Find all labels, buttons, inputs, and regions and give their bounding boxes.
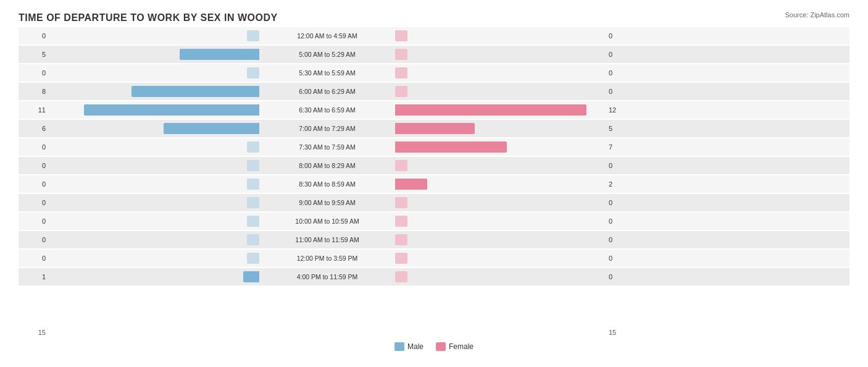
time-label: 5:00 AM to 5:29 AM bbox=[259, 51, 395, 58]
female-bar bbox=[395, 49, 407, 60]
legend-male: Male bbox=[394, 342, 424, 351]
female-value: 0 bbox=[605, 88, 636, 95]
chart-row: 6 7:00 AM to 7:29 AM 5 bbox=[19, 120, 849, 137]
male-bar bbox=[247, 141, 259, 153]
male-value: 0 bbox=[19, 255, 49, 262]
bar-left-container bbox=[49, 141, 259, 153]
female-bar bbox=[395, 123, 475, 134]
source-text: Source: ZipAtlas.com bbox=[785, 11, 849, 19]
male-bar bbox=[84, 104, 259, 116]
female-value: 0 bbox=[605, 32, 636, 40]
bar-right-container bbox=[395, 86, 605, 97]
bar-left-container bbox=[49, 67, 259, 78]
legend-female: Female bbox=[436, 342, 474, 351]
axis-left-label: 15 bbox=[19, 329, 49, 336]
female-value: 2 bbox=[605, 180, 636, 188]
time-label: 11:00 AM to 11:59 AM bbox=[259, 236, 395, 243]
male-value: 0 bbox=[19, 143, 49, 151]
bar-left-container bbox=[49, 271, 259, 282]
male-bar bbox=[247, 30, 259, 41]
bar-right-container bbox=[395, 49, 605, 60]
female-bar bbox=[395, 86, 407, 97]
time-label: 8:30 AM to 8:59 AM bbox=[259, 180, 395, 188]
male-value: 0 bbox=[19, 69, 49, 77]
male-value: 6 bbox=[19, 125, 49, 132]
male-value: 1 bbox=[19, 273, 49, 281]
time-label: 6:30 AM to 6:59 AM bbox=[259, 106, 395, 114]
bar-right-container bbox=[395, 179, 605, 190]
legend-female-box bbox=[436, 342, 446, 351]
chart-row: 0 9:00 AM to 9:59 AM 0 bbox=[19, 194, 849, 211]
male-bar bbox=[243, 271, 259, 282]
female-bar bbox=[395, 30, 407, 41]
time-label: 12:00 AM to 4:59 AM bbox=[259, 32, 395, 40]
chart-row: 0 8:30 AM to 8:59 AM 2 bbox=[19, 175, 849, 193]
time-label: 8:00 AM to 8:29 AM bbox=[259, 162, 395, 169]
time-label: 7:00 AM to 7:29 AM bbox=[259, 125, 395, 132]
female-bar bbox=[395, 160, 407, 171]
time-label: 7:30 AM to 7:59 AM bbox=[259, 143, 395, 151]
male-bar bbox=[247, 67, 259, 78]
axis-row: 15 15 bbox=[19, 326, 849, 339]
female-bar bbox=[395, 271, 407, 282]
male-bar bbox=[247, 234, 259, 245]
chart-row: 0 8:00 AM to 8:29 AM 0 bbox=[19, 157, 849, 174]
female-value: 0 bbox=[605, 51, 636, 58]
female-value: 7 bbox=[605, 143, 636, 151]
bar-left-container bbox=[49, 104, 259, 116]
male-value: 0 bbox=[19, 180, 49, 188]
chart-row: 0 12:00 AM to 4:59 AM 0 bbox=[19, 27, 849, 44]
chart-row: 0 5:30 AM to 5:59 AM 0 bbox=[19, 64, 849, 82]
bar-right-container bbox=[395, 253, 605, 264]
male-bar bbox=[247, 253, 259, 264]
bar-right-container bbox=[395, 271, 605, 282]
male-value: 0 bbox=[19, 217, 49, 225]
female-bar bbox=[395, 197, 407, 208]
female-bar bbox=[395, 234, 407, 245]
legend-male-label: Male bbox=[407, 342, 424, 351]
female-value: 0 bbox=[605, 273, 636, 281]
male-value: 5 bbox=[19, 51, 49, 58]
bar-right-container bbox=[395, 30, 605, 41]
chart-row: 0 12:00 PM to 3:59 PM 0 bbox=[19, 250, 849, 267]
chart-row: 0 7:30 AM to 7:59 AM 7 bbox=[19, 138, 849, 156]
male-bar bbox=[247, 179, 259, 190]
bar-left-container bbox=[49, 49, 259, 60]
male-bar bbox=[247, 160, 259, 171]
bar-left-container bbox=[49, 216, 259, 227]
chart-title: TIME OF DEPARTURE TO WORK BY SEX IN WOOD… bbox=[19, 12, 849, 23]
male-bar bbox=[247, 216, 259, 227]
female-bar bbox=[395, 179, 427, 190]
bar-right-container bbox=[395, 104, 605, 116]
female-bar bbox=[395, 253, 407, 264]
axis-right-label: 15 bbox=[605, 329, 636, 336]
bar-left-container bbox=[49, 253, 259, 264]
bar-left-container bbox=[49, 30, 259, 41]
male-value: 0 bbox=[19, 236, 49, 243]
legend-male-box bbox=[394, 342, 404, 351]
female-value: 0 bbox=[605, 199, 636, 206]
time-label: 9:00 AM to 9:59 AM bbox=[259, 199, 395, 206]
time-label: 4:00 PM to 11:59 PM bbox=[259, 273, 395, 281]
chart-row: 8 6:00 AM to 6:29 AM 0 bbox=[19, 83, 849, 100]
bar-left-container bbox=[49, 86, 259, 97]
male-value: 0 bbox=[19, 32, 49, 40]
bar-left-container bbox=[49, 197, 259, 208]
bar-left-container bbox=[49, 234, 259, 245]
male-bar bbox=[164, 123, 259, 134]
bar-right-container bbox=[395, 67, 605, 78]
chart-row: 5 5:00 AM to 5:29 AM 0 bbox=[19, 46, 849, 63]
female-value: 0 bbox=[605, 236, 636, 243]
male-value: 11 bbox=[19, 106, 49, 114]
bar-right-container bbox=[395, 160, 605, 171]
male-value: 0 bbox=[19, 162, 49, 169]
female-value: 0 bbox=[605, 69, 636, 77]
legend-female-label: Female bbox=[449, 342, 474, 351]
chart-row: 11 6:30 AM to 6:59 AM 12 bbox=[19, 101, 849, 119]
chart-area: 0 12:00 AM to 4:59 AM 0 5 5:00 AM to 5:2… bbox=[19, 27, 849, 324]
female-value: 0 bbox=[605, 217, 636, 225]
bar-right-container bbox=[395, 197, 605, 208]
time-label: 6:00 AM to 6:29 AM bbox=[259, 88, 395, 95]
male-bar bbox=[247, 197, 259, 208]
female-bar bbox=[395, 67, 407, 78]
